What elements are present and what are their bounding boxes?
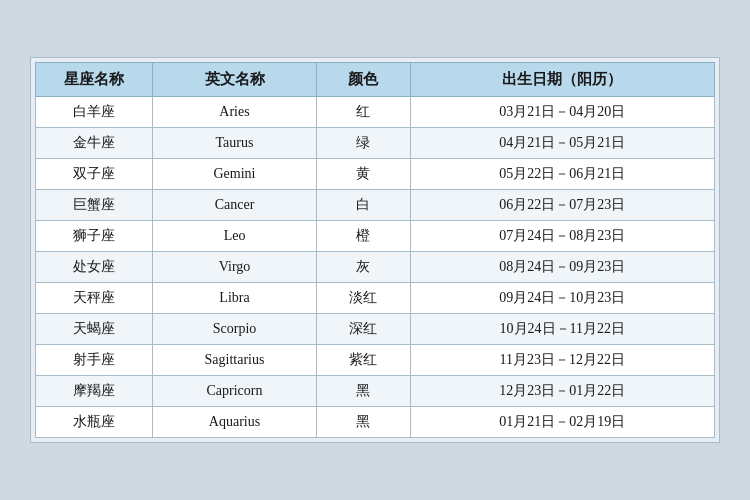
cell-color: 黄	[316, 159, 410, 190]
cell-chinese: 射手座	[36, 345, 153, 376]
cell-chinese: 狮子座	[36, 221, 153, 252]
cell-color: 橙	[316, 221, 410, 252]
cell-english: Taurus	[153, 128, 317, 159]
cell-chinese: 双子座	[36, 159, 153, 190]
cell-english: Cancer	[153, 190, 317, 221]
table-row: 天蝎座Scorpio深红10月24日－11月22日	[36, 314, 715, 345]
cell-english: Libra	[153, 283, 317, 314]
cell-date: 05月22日－06月21日	[410, 159, 714, 190]
cell-color: 红	[316, 97, 410, 128]
cell-date: 01月21日－02月19日	[410, 407, 714, 438]
cell-date: 09月24日－10月23日	[410, 283, 714, 314]
cell-color: 黑	[316, 407, 410, 438]
cell-color: 绿	[316, 128, 410, 159]
header-date: 出生日期（阳历）	[410, 63, 714, 97]
table-row: 处女座Virgo灰08月24日－09月23日	[36, 252, 715, 283]
cell-english: Aries	[153, 97, 317, 128]
table-row: 巨蟹座Cancer白06月22日－07月23日	[36, 190, 715, 221]
cell-chinese: 水瓶座	[36, 407, 153, 438]
cell-chinese: 天蝎座	[36, 314, 153, 345]
cell-english: Sagittarius	[153, 345, 317, 376]
table-row: 双子座Gemini黄05月22日－06月21日	[36, 159, 715, 190]
cell-color: 白	[316, 190, 410, 221]
cell-date: 07月24日－08月23日	[410, 221, 714, 252]
table-row: 金牛座Taurus绿04月21日－05月21日	[36, 128, 715, 159]
cell-english: Capricorn	[153, 376, 317, 407]
header-chinese: 星座名称	[36, 63, 153, 97]
table-row: 天秤座Libra淡红09月24日－10月23日	[36, 283, 715, 314]
cell-english: Leo	[153, 221, 317, 252]
cell-date: 12月23日－01月22日	[410, 376, 714, 407]
cell-english: Gemini	[153, 159, 317, 190]
zodiac-table-container: 星座名称 英文名称 颜色 出生日期（阳历） 白羊座Aries红03月21日－04…	[30, 57, 720, 443]
cell-color: 黑	[316, 376, 410, 407]
cell-date: 10月24日－11月22日	[410, 314, 714, 345]
cell-chinese: 巨蟹座	[36, 190, 153, 221]
table-header-row: 星座名称 英文名称 颜色 出生日期（阳历）	[36, 63, 715, 97]
cell-english: Virgo	[153, 252, 317, 283]
cell-date: 08月24日－09月23日	[410, 252, 714, 283]
cell-date: 03月21日－04月20日	[410, 97, 714, 128]
header-color: 颜色	[316, 63, 410, 97]
table-row: 白羊座Aries红03月21日－04月20日	[36, 97, 715, 128]
table-row: 水瓶座Aquarius黑01月21日－02月19日	[36, 407, 715, 438]
cell-chinese: 摩羯座	[36, 376, 153, 407]
cell-color: 灰	[316, 252, 410, 283]
cell-date: 06月22日－07月23日	[410, 190, 714, 221]
table-row: 狮子座Leo橙07月24日－08月23日	[36, 221, 715, 252]
zodiac-table: 星座名称 英文名称 颜色 出生日期（阳历） 白羊座Aries红03月21日－04…	[35, 62, 715, 438]
header-english: 英文名称	[153, 63, 317, 97]
cell-color: 紫红	[316, 345, 410, 376]
cell-chinese: 白羊座	[36, 97, 153, 128]
cell-color: 深红	[316, 314, 410, 345]
cell-chinese: 处女座	[36, 252, 153, 283]
cell-english: Scorpio	[153, 314, 317, 345]
cell-english: Aquarius	[153, 407, 317, 438]
table-row: 摩羯座Capricorn黑12月23日－01月22日	[36, 376, 715, 407]
table-row: 射手座Sagittarius紫红11月23日－12月22日	[36, 345, 715, 376]
cell-date: 04月21日－05月21日	[410, 128, 714, 159]
cell-color: 淡红	[316, 283, 410, 314]
cell-chinese: 金牛座	[36, 128, 153, 159]
cell-date: 11月23日－12月22日	[410, 345, 714, 376]
cell-chinese: 天秤座	[36, 283, 153, 314]
